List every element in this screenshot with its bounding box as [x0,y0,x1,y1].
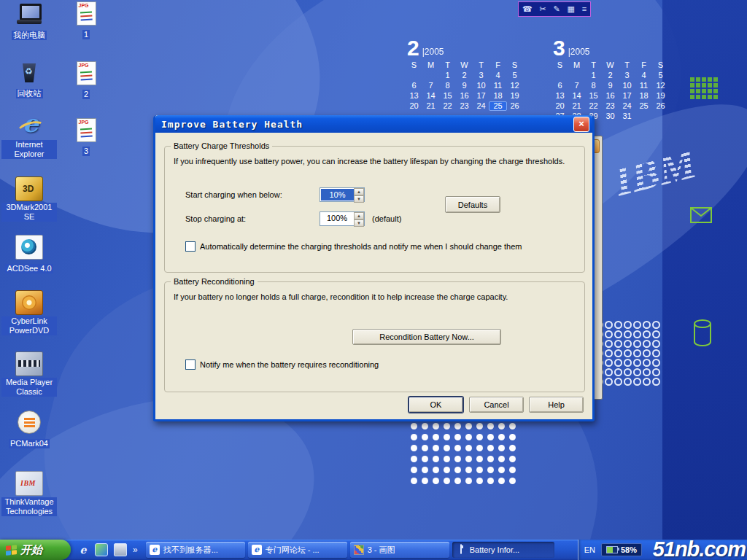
ie-quicklaunch-icon[interactable]: e [77,544,89,556]
calendar-march-2005: 3|2005SMTWTFS123456789101112131415161718… [551,38,676,120]
close-button[interactable]: × [573,117,589,132]
calendar-day: 18 [489,92,506,100]
start-threshold-value[interactable]: 10% [321,189,354,201]
thinkvantage-icon [15,471,43,496]
calendar-day: 13 [406,92,422,100]
ok-button[interactable]: OK [409,397,463,413]
auto-determine-checkbox[interactable] [185,241,196,252]
desktop-icon-recycle-bin[interactable]: 回收站 [1,61,57,99]
calendar-day [652,112,669,120]
calendar-day: 31 [619,112,635,120]
spin-down-icon[interactable]: ▼ [354,195,364,203]
calendar-day: 20 [551,102,568,110]
phone-icon[interactable]: ☎ [522,3,533,15]
start-threshold-spinner[interactable]: 10% ▲▼ [320,187,365,202]
grid-icon[interactable]: ▦ [567,3,574,15]
taskbar-window-forum[interactable]: e 专门网论坛 - ... [248,542,347,558]
desktop: IBM ☎ ✂ ✎ ▦ ≡ 2|2005SMTWTFS1234567891011… [0,0,747,560]
desktop-icon-label: ThinkVantage Technologies [1,497,57,516]
jpg-thumbnail-scribble [80,11,91,13]
paint-icon [354,545,364,555]
dialog-title: Improve Battery Health [161,119,303,130]
calendar-day: 22 [585,102,602,110]
desktop-icon-label: 2 [82,90,90,99]
calendar-day: 19 [506,92,523,100]
close-icon: × [578,118,584,129]
taskbar-window-label: 专门网论坛 - ... [266,545,320,556]
calendar-weekday-label: F [489,61,506,69]
calendar-day: 24 [619,102,635,110]
help-button[interactable]: Help [529,397,584,413]
scissors-icon[interactable]: ✂ [539,3,546,15]
calendar-day [406,71,422,79]
taskbar-window-paint[interactable]: 3 - 画图 [350,542,449,558]
desktop-icon-label: 1 [82,30,90,39]
database-cylinder-icon [693,319,712,347]
desktop-icon-jpg-3[interactable]: 3 [58,118,114,157]
taskbar-window-battery-information[interactable]: Battery Infor... [452,542,554,558]
dialog-titlebar[interactable]: Improve Battery Health × [155,115,592,133]
3dmark-icon [15,176,43,201]
battery-tray-badge[interactable]: 58% [601,543,642,556]
calendar-day: 8 [439,82,456,90]
jpg-file-icon [77,61,96,85]
calendar-day: 15 [439,92,456,100]
pen-icon[interactable]: ✎ [553,3,560,15]
show-desktop-icon[interactable] [114,543,127,556]
cancel-button[interactable]: Cancel [469,397,524,413]
desktop-icon-label: 我的电脑 [12,31,47,40]
recondition-battery-button[interactable]: Recondition Battery Now... [352,329,501,345]
spin-down-icon[interactable]: ▼ [354,219,364,227]
calendar-day: 4 [489,71,506,79]
calendar-weekday-label: T [473,61,489,69]
calendar-day: 20 [406,102,422,110]
calendar-year: |2005 [568,47,590,58]
calendar-weekday-label: S [652,61,669,69]
jpg-thumbnail-scribble [80,71,91,73]
ie-page-icon: e [252,545,262,555]
spin-up-icon[interactable]: ▲ [354,188,364,195]
desktop-icon-acdsee[interactable]: ACDSee 4.0 [1,235,57,274]
desktop-icon-label: Media Player Classic [1,378,57,397]
desktop-icon-internet-explorer[interactable]: Internet Explorer [1,115,57,160]
language-indicator[interactable]: EN [584,545,595,554]
calendar-day: 5 [652,71,669,79]
desktop-icon-thinkvantage[interactable]: ThinkVantage Technologies [1,471,57,517]
desktop-icon-jpg-2[interactable]: 2 [58,61,114,100]
calendar-day: 9 [602,82,619,90]
calendar-day: 24 [473,102,489,110]
calendar-day: 25 [635,102,652,110]
menu-icon[interactable]: ≡ [582,3,587,15]
calendar-weekday-label: T [439,61,456,69]
capture-toolbar[interactable]: ☎ ✂ ✎ ▦ ≡ [518,1,591,17]
calendar-day: 12 [652,82,669,90]
taskbar-window-server-not-found[interactable]: e 找不到服务器... [146,542,245,558]
desktop-icon-powerdvd[interactable]: CyberLink PowerDVD [1,290,57,336]
desktop-icon-3dmark2001[interactable]: 3DMark2001 SE [1,176,57,222]
calendar-day: 14 [568,92,585,100]
desktop-icon-my-computer[interactable]: 我的电脑 [1,3,57,41]
stop-threshold-spinner[interactable]: 100% ▲▼ [320,211,365,226]
calendar-day: 1 [585,71,602,79]
spin-up-icon[interactable]: ▲ [354,212,364,219]
desktop-icon-jpg-1[interactable]: 1 [58,1,114,40]
calendar-grid: SMTWTFS123456789101112131415161718192021… [406,61,530,110]
calendar-day: 30 [602,112,619,120]
calendar-day: 17 [473,92,489,100]
defaults-button[interactable]: Defaults [445,196,500,213]
start-button[interactable]: 开始 [0,540,71,560]
desktop-icon-pcmark04[interactable]: PCMark04 [1,410,57,449]
calendar-weekday-label: M [568,61,585,69]
desktop-icon-label: Internet Explorer [1,140,57,159]
notify-reconditioning-checkbox[interactable] [185,359,196,370]
chevron-right-icon[interactable]: » [133,545,138,555]
desktop-icon-media-player-classic[interactable]: Media Player Classic [1,351,57,397]
media-player-quicklaunch-icon[interactable] [95,543,108,556]
dot-pattern-solid [411,423,520,489]
battery-icon [460,544,462,554]
stop-threshold-value[interactable]: 100% [320,212,354,225]
desktop-icon-label: PCMark04 [9,439,50,448]
calendar-day: 22 [439,102,456,110]
auto-determine-checkbox-row: Automatically determine the charging thr… [185,241,522,252]
calendar-weekday-label: S [551,61,568,69]
